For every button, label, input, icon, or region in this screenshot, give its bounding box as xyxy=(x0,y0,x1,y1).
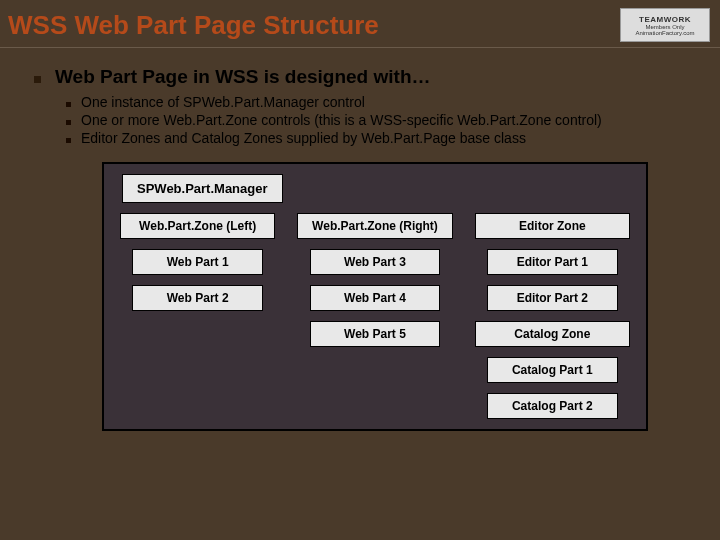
logo-brand: TEAMWORK xyxy=(639,15,691,24)
sub-bullet-row: Editor Zones and Catalog Zones supplied … xyxy=(66,130,686,146)
diagram-columns: Web.Part.Zone (Left) Web Part 1 Web Part… xyxy=(116,213,634,419)
sub-bullet-row: One or more Web.Part.Zone controls (this… xyxy=(66,112,686,128)
editor-part-box: Editor Part 2 xyxy=(487,285,617,311)
zone-header: Web.Part.Zone (Right) xyxy=(297,213,452,239)
sub-bullet-text: Editor Zones and Catalog Zones supplied … xyxy=(81,130,526,146)
bullet-icon xyxy=(66,102,71,107)
logo-badge: TEAMWORK Members Only AnimationFactory.c… xyxy=(620,8,710,42)
slide-title: WSS Web Part Page Structure xyxy=(0,0,720,48)
web-part-box: Web Part 1 xyxy=(132,249,262,275)
main-bullet-row: Web Part Page in WSS is designed with… xyxy=(34,66,686,88)
catalog-part-box: Catalog Part 2 xyxy=(487,393,617,419)
bullet-icon xyxy=(66,120,71,125)
content-area: Web Part Page in WSS is designed with… O… xyxy=(0,48,720,431)
diagram-container: SPWeb.Part.Manager Web.Part.Zone (Left) … xyxy=(102,162,648,431)
manager-box: SPWeb.Part.Manager xyxy=(122,174,283,203)
sub-bullet-text: One instance of SPWeb.Part.Manager contr… xyxy=(81,94,365,110)
sub-bullet-row: One instance of SPWeb.Part.Manager contr… xyxy=(66,94,686,110)
logo-sub: Members Only AnimationFactory.com xyxy=(621,24,709,36)
web-part-box: Web Part 5 xyxy=(310,321,440,347)
zone-header: Editor Zone xyxy=(475,213,630,239)
zone-column-editor-catalog: Editor Zone Editor Part 1 Editor Part 2 … xyxy=(475,213,630,419)
bullet-icon xyxy=(66,138,71,143)
zone-header: Catalog Zone xyxy=(475,321,630,347)
zone-column-right: Web.Part.Zone (Right) Web Part 3 Web Par… xyxy=(297,213,452,419)
zone-column-left: Web.Part.Zone (Left) Web Part 1 Web Part… xyxy=(120,213,275,419)
zone-header: Web.Part.Zone (Left) xyxy=(120,213,275,239)
sub-bullet-text: One or more Web.Part.Zone controls (this… xyxy=(81,112,602,128)
editor-part-box: Editor Part 1 xyxy=(487,249,617,275)
catalog-part-box: Catalog Part 1 xyxy=(487,357,617,383)
main-bullet-text: Web Part Page in WSS is designed with… xyxy=(55,66,431,88)
sub-bullet-list: One instance of SPWeb.Part.Manager contr… xyxy=(34,94,686,146)
web-part-box: Web Part 4 xyxy=(310,285,440,311)
bullet-icon xyxy=(34,76,41,83)
web-part-box: Web Part 3 xyxy=(310,249,440,275)
web-part-box: Web Part 2 xyxy=(132,285,262,311)
